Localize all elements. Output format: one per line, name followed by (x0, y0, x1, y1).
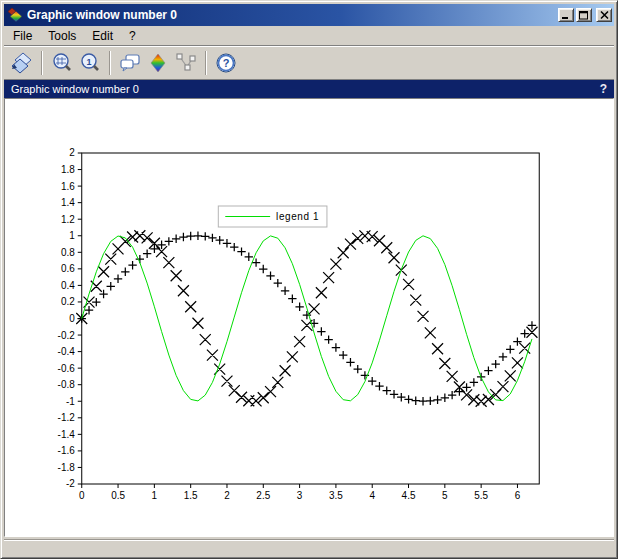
rotate-icon (11, 52, 33, 74)
toolbar-separator (109, 51, 111, 75)
x-tick-label: 3.5 (329, 490, 343, 501)
x-tick-label: 1 (152, 490, 158, 501)
x-tick-label: 4 (369, 490, 375, 501)
y-tick-label: 0.2 (61, 296, 75, 307)
x-tick-label: 2.5 (256, 490, 270, 501)
y-tick-label: 0 (69, 313, 75, 324)
maximize-button[interactable] (576, 8, 592, 22)
y-tick-label: -0.4 (58, 346, 76, 357)
x-tick-label: 5.5 (474, 490, 488, 501)
close-button[interactable] (596, 8, 612, 22)
x-tick-label: 6 (515, 490, 521, 501)
close-icon (600, 11, 609, 19)
toolbar-separator (205, 51, 207, 75)
figure-title: Graphic window number 0 (11, 83, 139, 95)
minimize-button[interactable] (558, 8, 574, 22)
graphic-window: Graphic window number 0 File Tools Edit … (0, 0, 618, 559)
svg-text:?: ? (223, 57, 230, 69)
svg-text:1: 1 (86, 56, 91, 66)
y-tick-label: -0.2 (58, 330, 76, 341)
y-tick-label: -2 (66, 478, 75, 489)
colormap-button[interactable] (144, 50, 172, 76)
scilab-icon (7, 7, 23, 23)
x-tick-label: 5 (442, 490, 448, 501)
y-tick-label: -1.2 (58, 412, 76, 423)
ged-editor-button[interactable] (116, 50, 144, 76)
y-tick-label: -1.4 (58, 429, 76, 440)
x-tick-label: 3 (297, 490, 303, 501)
y-tick-label: -1.6 (58, 445, 76, 456)
menu-file[interactable]: File (5, 27, 40, 45)
plot-svg: 00.511.522.533.544.555.5621.81.61.41.210… (5, 99, 613, 536)
figure-info-bar: Graphic window number 0 ? (4, 80, 614, 98)
y-tick-label: -1 (66, 396, 75, 407)
datatip-graph-icon (175, 52, 197, 74)
zoom-reset-button[interactable]: 1 (76, 50, 104, 76)
menu-help[interactable]: ? (121, 27, 144, 45)
x-tick-label: 0.5 (111, 490, 125, 501)
window-title: Graphic window number 0 (27, 8, 556, 22)
x-tick-label: 2 (224, 490, 230, 501)
x-tick-label: 1.5 (184, 490, 198, 501)
y-tick-label: -1.8 (58, 462, 76, 473)
toolbar-separator (41, 51, 43, 75)
status-bar (4, 539, 614, 555)
minimize-icon (561, 11, 571, 20)
help-button[interactable]: ? (212, 50, 240, 76)
help-icon: ? (215, 52, 237, 74)
rotate-button[interactable] (8, 50, 36, 76)
plot-canvas[interactable]: 00.511.522.533.544.555.5621.81.61.41.210… (4, 98, 614, 537)
zoom-area-icon (51, 52, 73, 74)
x-tick-label: 0 (79, 490, 85, 501)
zoom-reset-icon: 1 (79, 52, 101, 74)
y-tick-label: 2 (69, 147, 75, 158)
y-tick-label: 1.8 (61, 164, 75, 175)
y-tick-label: 0.8 (61, 247, 75, 258)
menu-bar: File Tools Edit ? (4, 26, 614, 46)
zoom-area-button[interactable] (48, 50, 76, 76)
colormap-icon (147, 52, 169, 74)
y-tick-label: -0.8 (58, 379, 76, 390)
infobar-help[interactable]: ? (600, 82, 607, 96)
maximize-icon (579, 11, 589, 20)
toolbar: 1 (4, 46, 614, 80)
y-tick-label: 0.6 (61, 263, 75, 274)
series-sin-x-plus-markers (78, 232, 537, 406)
menu-tools[interactable]: Tools (40, 27, 84, 45)
y-tick-label: -0.6 (58, 363, 76, 374)
plot-box (82, 153, 539, 484)
x-tick-label: 4.5 (402, 490, 416, 501)
datatip-graph-button[interactable] (172, 50, 200, 76)
y-tick-label: 0.4 (61, 280, 75, 291)
legend-label: legend 1 (276, 211, 319, 222)
window-controls (556, 8, 612, 22)
title-bar[interactable]: Graphic window number 0 (4, 4, 614, 26)
y-tick-label: 1.2 (61, 214, 75, 225)
ged-editor-icon (119, 52, 141, 74)
y-tick-label: 1.4 (61, 197, 75, 208)
y-tick-label: 1 (69, 230, 75, 241)
menu-edit[interactable]: Edit (84, 27, 121, 45)
y-tick-label: 1.6 (61, 181, 75, 192)
